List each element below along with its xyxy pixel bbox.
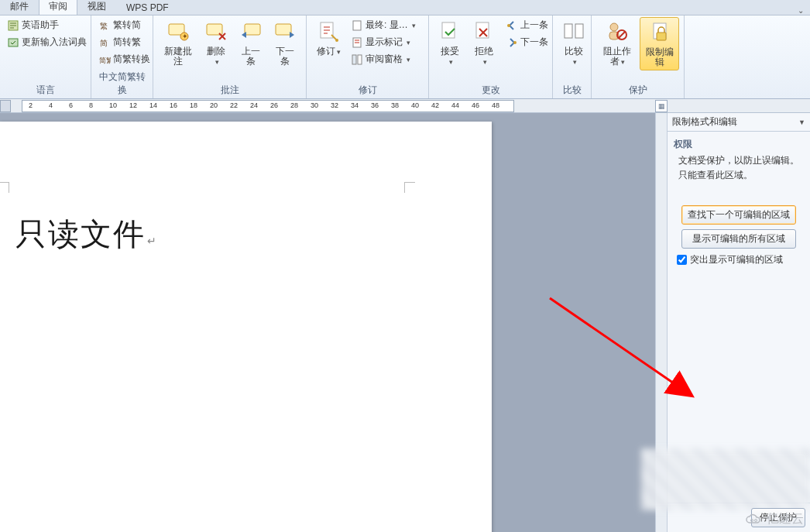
pane-section-header: 权限 <box>674 138 804 151</box>
reject-button[interactable]: 拒绝▾ <box>468 17 500 70</box>
workspace: 只读文件↵ 限制格式和编辑 ▼ 权限 文档受保护，以防止误编辑。 只能查看此区域… <box>0 113 810 532</box>
book-icon <box>7 19 19 32</box>
svg-line-30 <box>619 32 625 38</box>
simp-trad-convert-button[interactable]: 简繁 简繁转换 <box>96 51 153 67</box>
ribbon-tabs: 邮件 审阅 视图 WPS PDF ⌄ <box>0 0 810 15</box>
svg-rect-11 <box>245 24 260 35</box>
svg-rect-32 <box>657 33 666 40</box>
track-icon <box>316 19 341 44</box>
stop-protection-button[interactable]: 停止保护 <box>751 508 805 527</box>
document-area[interactable]: 只读文件↵ <box>0 113 655 532</box>
convert-icon: 简繁 <box>98 53 111 66</box>
margin-mark-icon <box>404 182 415 193</box>
svg-point-14 <box>335 39 338 42</box>
svg-text:繁: 繁 <box>100 22 108 30</box>
svg-point-27 <box>610 23 618 31</box>
highlight-regions-checkbox[interactable]: 突出显示可编辑的区域 <box>677 253 804 266</box>
pane-info-text: 只能查看此区域。 <box>678 169 804 182</box>
new-comment-button[interactable]: ✦ 新建批注 <box>158 17 198 69</box>
show-all-regions-button[interactable]: 显示可编辑的所有区域 <box>681 229 796 249</box>
svg-text:简: 简 <box>100 39 108 47</box>
group-language-label: 语言 <box>5 82 86 98</box>
convert-icon: 简 <box>98 36 111 49</box>
trad-to-simp-button[interactable]: 繁 繁转简 <box>96 17 153 33</box>
ruler-corner <box>0 100 11 112</box>
convert-icon: 繁 <box>98 19 111 32</box>
svg-rect-12 <box>276 24 291 35</box>
find-next-region-button[interactable]: 查找下一个可编辑的区域 <box>681 205 796 225</box>
refresh-icon <box>7 36 19 49</box>
group-convert-label: 中文简繁转换 <box>96 69 148 98</box>
tab-view[interactable]: 视图 <box>77 0 116 15</box>
comment-prev-icon <box>239 19 263 44</box>
horizontal-ruler[interactable]: 2468101214161820222426283032343638404244… <box>0 99 810 113</box>
svg-rect-18 <box>358 55 362 64</box>
pane-icon <box>351 53 363 66</box>
update-ime-button[interactable]: 更新输入法词典 <box>5 34 89 50</box>
next-change-button[interactable]: 下一条 <box>503 34 551 50</box>
restrict-editing-button[interactable]: 限制编辑 <box>640 17 679 70</box>
compare-icon <box>561 19 586 44</box>
compare-button[interactable]: 比较▾ <box>558 17 590 70</box>
next-comment-button[interactable]: 下一条 <box>269 17 301 69</box>
pane-info-text: 文档受保护，以防止误编辑。 <box>678 154 804 167</box>
review-pane-dropdown[interactable]: 审阅窗格▾ <box>348 51 418 67</box>
comment-new-icon: ✦ <box>166 19 190 44</box>
svg-rect-1 <box>9 39 18 46</box>
svg-point-23 <box>507 24 510 27</box>
group-changes-label: 更改 <box>434 82 547 98</box>
document-body-text: 只读文件↵ <box>15 213 158 256</box>
pane-toggle[interactable]: ▦ <box>655 99 810 113</box>
doc-icon <box>351 19 363 32</box>
lock-icon <box>647 20 672 45</box>
show-markup-dropdown[interactable]: 显示标记▾ <box>348 34 418 50</box>
group-tracking-label: 修订 <box>311 82 424 98</box>
minimize-ribbon-icon[interactable]: ⌄ <box>795 6 807 15</box>
svg-rect-17 <box>352 55 356 64</box>
markup-icon <box>351 36 363 49</box>
arrow-prev-icon <box>506 19 518 32</box>
comment-delete-icon <box>204 19 228 44</box>
english-helper-button[interactable]: 英语助手 <box>5 17 89 33</box>
ribbon: 英语助手 更新输入法词典 语言 繁 繁转简 简 简转繁 <box>0 15 810 99</box>
group-protect-label: 保护 <box>596 82 679 98</box>
pane-dropdown-icon[interactable]: ▼ <box>798 118 805 126</box>
simp-to-trad-button[interactable]: 简 简转繁 <box>96 34 153 50</box>
margin-mark-icon <box>0 182 9 193</box>
svg-rect-26 <box>575 24 583 38</box>
block-icon <box>605 19 630 44</box>
svg-rect-15 <box>353 21 361 30</box>
svg-rect-25 <box>565 24 572 38</box>
pane-title: 限制格式和编辑 <box>672 115 737 129</box>
tab-review[interactable]: 审阅 <box>39 0 77 15</box>
block-authors-button[interactable]: 阻止作者▾ <box>596 17 638 70</box>
display-mode-dropdown[interactable]: 最终: 显…▾ <box>348 17 418 33</box>
delete-comment-button[interactable]: 删除▾ <box>200 17 232 70</box>
pane-icon: ▦ <box>655 100 668 112</box>
document-page: 只读文件↵ <box>0 122 492 532</box>
reject-icon <box>472 19 496 44</box>
prev-change-button[interactable]: 上一条 <box>503 17 551 33</box>
arrow-next-icon <box>506 36 518 49</box>
tab-wps-pdf[interactable]: WPS PDF <box>116 0 179 15</box>
svg-point-24 <box>513 41 517 44</box>
prev-comment-button[interactable]: 上一条 <box>234 17 266 69</box>
ruler-scale: 2468101214161820222426283032343638404244… <box>22 100 514 112</box>
group-compare-label: 比较 <box>558 82 586 98</box>
track-changes-button[interactable]: 修订▾ <box>311 17 345 60</box>
restrict-editing-pane: 限制格式和编辑 ▼ 权限 文档受保护，以防止误编辑。 只能查看此区域。 查找下一… <box>668 113 810 532</box>
tab-mail[interactable]: 邮件 <box>0 0 39 15</box>
svg-text:简繁: 简繁 <box>99 57 111 64</box>
accept-icon <box>438 19 462 44</box>
group-comments-label: 批注 <box>158 82 301 98</box>
svg-text:✦: ✦ <box>182 33 188 40</box>
accept-button[interactable]: 接受▾ <box>434 17 466 70</box>
comment-next-icon <box>273 19 297 44</box>
blurred-region <box>641 448 810 510</box>
highlight-regions-input[interactable] <box>677 255 687 265</box>
